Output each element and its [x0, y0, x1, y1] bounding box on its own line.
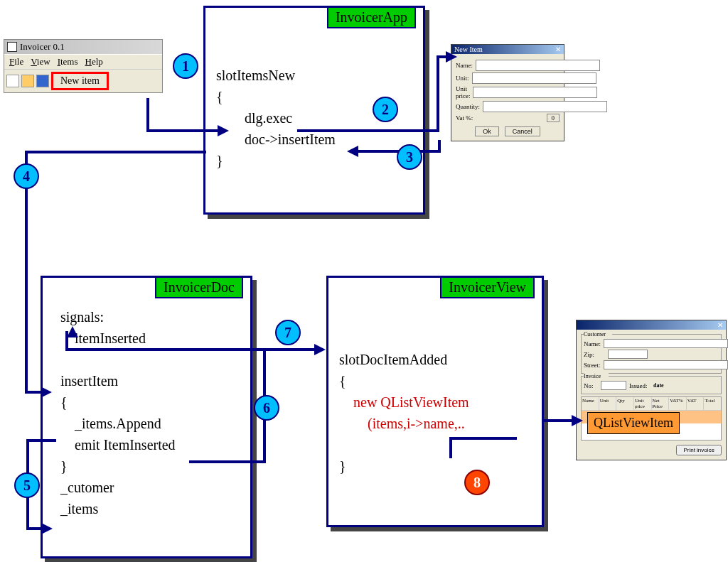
save-file-icon[interactable]: [36, 75, 49, 87]
member-customer: _cutomer: [60, 477, 240, 498]
badge-4: 4: [14, 163, 39, 189]
label-inv-issued: Issued:: [629, 382, 651, 389]
arrow-1-v: [146, 98, 149, 132]
new-item-button[interactable]: New item: [51, 72, 109, 90]
badge-2: 2: [373, 97, 398, 122]
app-title: Invoicer 0.1: [20, 41, 65, 53]
dialog-titlebar: New Item ✕: [451, 45, 564, 54]
col-unitprice: Unit price: [634, 397, 652, 410]
brace-close: }: [216, 150, 412, 171]
input-quantity[interactable]: [483, 101, 607, 112]
badge-6: 6: [254, 395, 279, 421]
brace-close2: }: [60, 455, 240, 477]
app-toolbar: New item: [4, 69, 162, 92]
label-vat: Vat %:: [456, 114, 491, 121]
arrow-1-head: [218, 125, 229, 136]
view-window-close-icon[interactable]: ✕: [717, 321, 723, 329]
col-unit: Unit: [599, 397, 617, 410]
input-cust-street[interactable]: [604, 360, 728, 369]
col-vatpct: VAT%: [669, 397, 687, 410]
col-netprice: Net Price: [652, 397, 670, 410]
arrow-4-h2: [25, 391, 42, 394]
print-invoice-button[interactable]: Print invoice: [676, 445, 722, 455]
slot-items-new: slotItemsNew: [216, 65, 412, 86]
arrow-2-h1: [297, 129, 439, 132]
arrow-7-h: [156, 348, 316, 351]
brace-open3: {: [339, 370, 531, 391]
new-file-icon[interactable]: [6, 75, 19, 87]
menu-view[interactable]: View: [28, 56, 53, 67]
input-unitprice[interactable]: [473, 87, 597, 98]
arrow-4-h1: [25, 151, 206, 153]
invoicer-view-title: InvoicerView: [440, 276, 535, 298]
arrow-1-h: [146, 129, 218, 132]
brace-open2: {: [60, 391, 240, 413]
cancel-button[interactable]: Cancel: [505, 126, 540, 136]
emit-item-inserted: emit ItemInserted: [60, 434, 240, 455]
qlistviewitem-label: QListViewItem: [587, 412, 680, 434]
badge-7: 7: [275, 320, 301, 345]
view-window-titlebar: ✕: [577, 320, 726, 330]
label-inv-no: No:: [584, 382, 598, 389]
app-menubar[interactable]: File View Items Help: [4, 54, 162, 69]
col-total: Total: [704, 397, 721, 410]
arrow-8-h2: [543, 419, 573, 422]
arrow-6-head: [67, 326, 78, 337]
menu-file[interactable]: File: [6, 56, 26, 67]
new-qlistviewitem-2: (items,i->name,..: [339, 413, 531, 434]
label-unit: Unit:: [456, 75, 469, 82]
label-unitprice: Unit price:: [456, 85, 470, 99]
app-titlebar: Invoicer 0.1: [4, 40, 162, 54]
col-vat: VAT: [687, 397, 705, 410]
input-cust-name[interactable]: [604, 339, 728, 348]
items-append: _items.Append: [60, 413, 240, 434]
badge-5: 5: [14, 472, 40, 498]
menu-items[interactable]: Items: [55, 56, 81, 67]
dialog-close-icon[interactable]: ✕: [555, 45, 561, 53]
input-cust-zip[interactable]: [608, 350, 648, 359]
new-item-dialog: New Item ✕ Name: Unit: Unit price: Quant…: [451, 44, 564, 141]
insert-item: insertItem: [60, 370, 240, 391]
signals-label: signals:: [60, 306, 240, 328]
invoicer-view-window: ✕ Customer Name: Zip: Street: Invoice No…: [576, 320, 727, 460]
open-file-icon[interactable]: [21, 75, 34, 87]
badge-3: 3: [397, 144, 422, 170]
invoicer-doc-body: signals: itemInserted insertItem { _item…: [43, 278, 250, 530]
invoicer-doc-title: InvoicerDoc: [155, 276, 243, 298]
dialog-title-text: New Item: [454, 45, 483, 53]
invoice-group: Invoice No: Issued: date: [581, 376, 722, 394]
menu-help[interactable]: Help: [82, 56, 106, 67]
arrow-8-head: [572, 415, 583, 426]
label-cust-name: Name:: [584, 340, 601, 347]
label-cust-street: Street:: [584, 362, 601, 369]
invoicer-view-body: slotDocItemAdded { new QListViewItem (it…: [328, 278, 542, 487]
arrow-4-head: [41, 387, 52, 398]
input-unit[interactable]: [472, 72, 596, 84]
invoice-group-label: Invoice: [584, 373, 609, 379]
signal-item-inserted: itemInserted: [60, 328, 240, 349]
arrow-5-head: [41, 523, 53, 534]
arrow-6-h1: [189, 460, 266, 463]
badge-8: 8: [464, 470, 490, 495]
vat-value[interactable]: 0: [547, 114, 560, 122]
input-inv-no[interactable]: [601, 381, 626, 390]
label-quantity: Quantity:: [456, 103, 480, 110]
view-window-title: [579, 321, 582, 329]
arrow-7-head: [314, 344, 326, 355]
arrow-2-head: [446, 51, 457, 63]
arrow-8-h: [449, 437, 517, 440]
invoicer-app-window: Invoicer 0.1 File View Items Help New it…: [4, 39, 163, 93]
ok-button[interactable]: Ok: [475, 126, 499, 136]
customer-group: Customer Name: Zip: Street:: [581, 334, 722, 374]
inv-date: date: [653, 382, 664, 389]
arrow-2-v: [437, 55, 439, 132]
arrow-8-v: [449, 437, 452, 458]
brace-close3: }: [339, 455, 531, 477]
col-qty: Qty: [616, 397, 634, 410]
label-name: Name:: [456, 62, 473, 69]
slot-doc-item-added: slotDocItemAdded: [339, 349, 531, 370]
input-name[interactable]: [476, 60, 600, 71]
col-name: Name: [582, 397, 599, 410]
member-items: _items: [60, 498, 240, 519]
table-header: Name Unit Qty Unit price Net Price VAT% …: [582, 397, 721, 411]
